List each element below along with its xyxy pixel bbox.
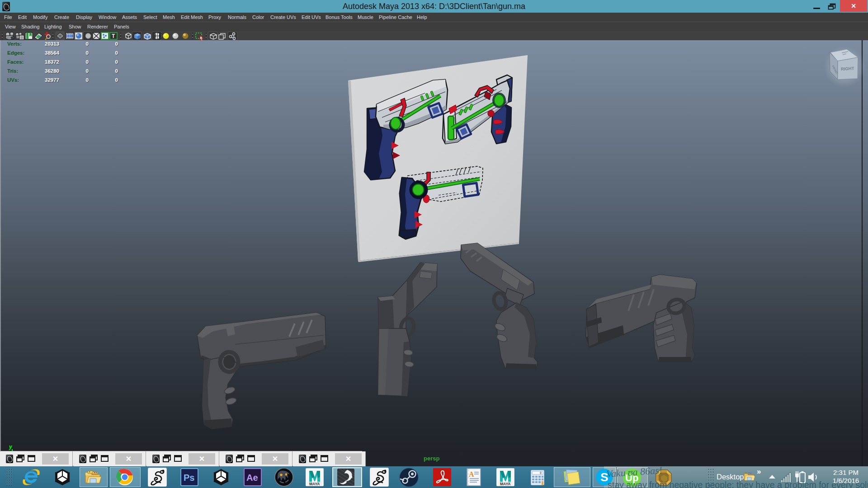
svg-text:MAYA: MAYA <box>309 482 320 486</box>
svg-text:T: T <box>112 33 115 39</box>
svg-text:A: A <box>469 470 474 478</box>
svg-text:MAYA: MAYA <box>500 482 510 486</box>
svg-text:RIGHT: RIGHT <box>841 66 854 71</box>
svg-text:Ae: Ae <box>246 473 258 483</box>
svg-text:0: 0 <box>540 472 542 475</box>
svg-text:Ps: Ps <box>184 473 194 483</box>
